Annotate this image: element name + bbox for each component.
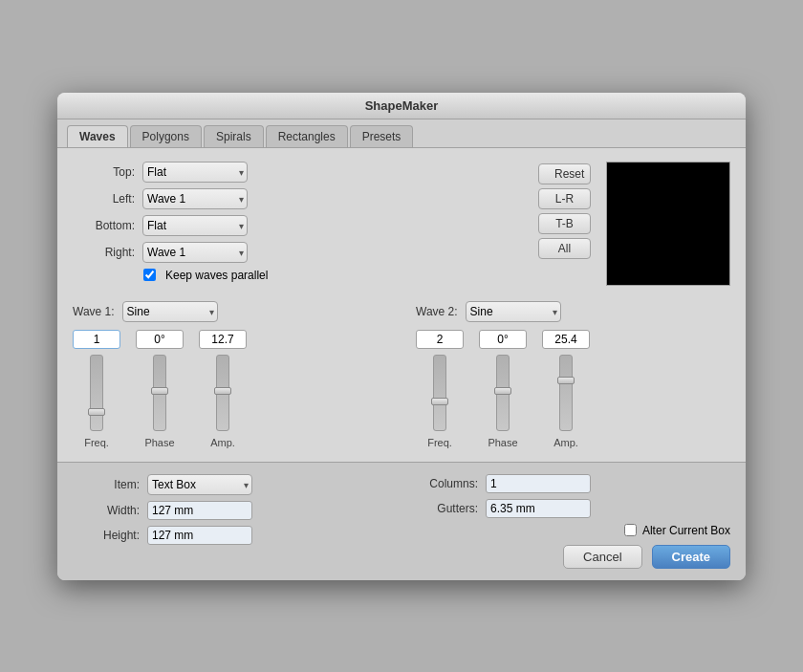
bottom-grid: Item: Text Box Picture Box No Content Wi… [73,474,730,569]
action-buttons: Reset L-R T-B All [529,162,591,259]
height-label: Height: [73,529,140,542]
tabs-bar: Waves Polygons Spirals Rectangles Preset… [57,119,746,148]
wave2-amp-thumb[interactable] [557,377,575,384]
right-row: Right: Flat Wave 1 Wave 2 Bumpy [73,242,529,263]
top-label: Top: [73,165,135,179]
bottom-shape-row: Bottom: Flat Wave 1 Wave 2 Bumpy [73,215,529,236]
bottom-select[interactable]: Flat Wave 1 Wave 2 Bumpy [142,215,248,236]
wave1-freq-input[interactable] [73,330,120,349]
wave2-select-wrapper: Sine Sawtooth Square Random [466,301,561,322]
alter-checkbox[interactable] [624,524,637,536]
left-select[interactable]: Flat Wave 1 Wave 2 Bumpy [142,188,248,209]
wave1-freq-track[interactable] [90,355,103,431]
left-select-wrapper: Flat Wave 1 Wave 2 Bumpy [142,188,248,209]
width-input[interactable] [147,501,252,520]
left-label: Left: [73,192,135,206]
wave2-amp-group: Amp. [542,330,590,448]
top-row: Top: Flat Wave 1 Wave 2 Bumpy [73,162,529,183]
wave1-freq-group: Freq. [73,330,120,448]
wave1-amp-input[interactable] [199,330,247,349]
wave2-label: Wave 2: [416,305,458,318]
top-select[interactable]: Flat Wave 1 Wave 2 Bumpy [142,162,248,183]
width-row: Width: [73,501,392,520]
wave1-header: Wave 1: Sine Sawtooth Square Random [73,301,387,322]
tab-rectangles[interactable]: Rectangles [266,125,348,147]
wave1-amp-thumb[interactable] [214,387,231,395]
gutters-input[interactable] [486,499,591,518]
lr-button[interactable]: L-R [538,188,591,209]
wave2-freq-thumb[interactable] [431,398,448,405]
tb-button[interactable]: T-B [538,213,591,234]
columns-input[interactable] [486,474,591,493]
columns-label: Columns: [411,477,478,490]
main-content: Top: Flat Wave 1 Wave 2 Bumpy Left: [57,148,746,462]
wave1-amp-label: Amp. [210,437,235,448]
bottom-section: Item: Text Box Picture Box No Content Wi… [57,462,746,580]
bottom-shape-label: Bottom: [73,219,135,232]
left-form: Top: Flat Wave 1 Wave 2 Bumpy Left: [73,162,529,293]
left-row: Left: Flat Wave 1 Wave 2 Bumpy [73,188,529,209]
wave-section: Wave 1: Sine Sawtooth Square Random [73,301,730,448]
item-row: Item: Text Box Picture Box No Content [73,474,392,495]
wave2-amp-label: Amp. [553,437,578,448]
height-row: Height: [73,526,392,545]
wave2-type-select[interactable]: Sine Sawtooth Square Random [466,301,561,322]
action-row: Cancel Create [411,545,730,569]
wave1-amp-group: Amp. [199,330,247,448]
reset-button[interactable]: Reset [538,163,591,184]
wave1-group: Wave 1: Sine Sawtooth Square Random [73,301,387,448]
window-title: ShapeMaker [365,98,439,113]
wave1-freq-label: Freq. [84,437,109,448]
tab-presets[interactable]: Presets [350,125,414,147]
wave2-freq-group: Freq. [416,330,464,448]
wave2-sliders: Freq. Phase [416,330,730,448]
wave2-phase-input[interactable] [479,330,527,349]
create-button[interactable]: Create [652,545,730,569]
wave1-label: Wave 1: [73,305,115,318]
top-form-area: Top: Flat Wave 1 Wave 2 Bumpy Left: [73,162,730,293]
wave2-amp-input[interactable] [542,330,590,349]
bottom-select-wrapper: Flat Wave 1 Wave 2 Bumpy [142,215,248,236]
alter-row: Alter Current Box [411,524,730,537]
wave1-phase-thumb[interactable] [151,387,168,395]
wave2-group: Wave 2: Sine Sawtooth Square Random [416,301,730,448]
wave2-phase-track[interactable] [496,355,510,431]
keep-waves-row: Keep waves parallel [143,269,529,282]
wave1-type-select[interactable]: Sine Sawtooth Square Random [122,301,218,322]
wave1-phase-group: Phase [136,330,184,448]
keep-waves-checkbox[interactable] [143,269,156,281]
tab-waves[interactable]: Waves [67,125,128,147]
height-input[interactable] [147,526,252,545]
gutters-label: Gutters: [411,502,478,515]
wave2-freq-track[interactable] [433,355,446,431]
bottom-right: Columns: Gutters: Alter Current Box Canc… [411,474,730,569]
wave2-freq-input[interactable] [416,330,464,349]
wave1-phase-input[interactable] [136,330,184,349]
wave2-amp-track[interactable] [559,355,573,431]
cancel-button[interactable]: Cancel [563,545,641,569]
item-select[interactable]: Text Box Picture Box No Content [147,474,252,495]
right-select[interactable]: Flat Wave 1 Wave 2 Bumpy [142,242,248,263]
all-button[interactable]: All [538,238,591,259]
wave2-header: Wave 2: Sine Sawtooth Square Random [416,301,730,322]
preview-box [606,162,730,286]
gutters-row: Gutters: [411,499,730,518]
shapemaker-window: ShapeMaker Waves Polygons Spirals Rectan… [57,93,746,580]
wave2-phase-label: Phase [488,437,517,448]
tab-spirals[interactable]: Spirals [204,125,264,147]
wave2-phase-thumb[interactable] [494,387,511,395]
right-select-wrapper: Flat Wave 1 Wave 2 Bumpy [142,242,248,263]
top-select-wrapper: Flat Wave 1 Wave 2 Bumpy [142,162,248,183]
wave2-freq-label: Freq. [427,437,452,448]
preview-svg [607,163,729,285]
wave1-phase-track[interactable] [153,355,166,431]
wave1-freq-thumb[interactable] [88,408,105,416]
titlebar: ShapeMaker [57,93,746,119]
keep-waves-label: Keep waves parallel [165,269,268,282]
tab-polygons[interactable]: Polygons [130,125,202,147]
wave1-amp-track[interactable] [216,355,229,431]
right-label: Right: [73,246,135,259]
bottom-left: Item: Text Box Picture Box No Content Wi… [73,474,392,569]
item-select-wrapper: Text Box Picture Box No Content [147,474,252,495]
columns-row: Columns: [411,474,730,493]
